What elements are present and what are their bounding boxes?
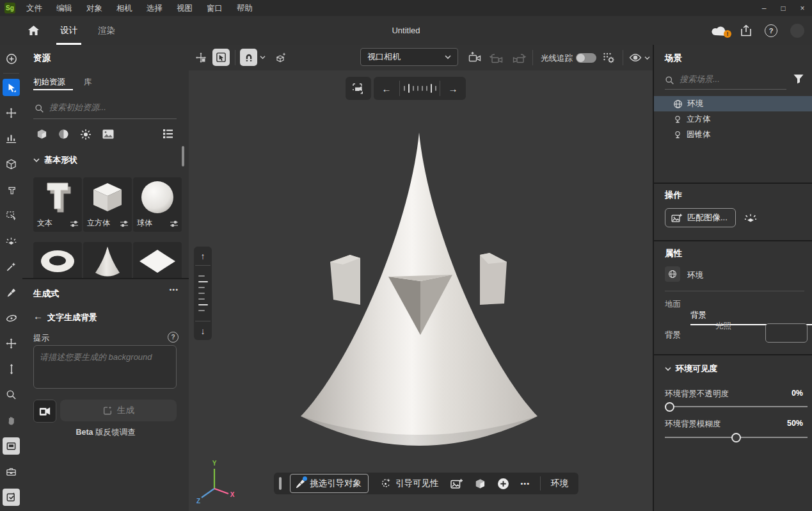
menu-camera[interactable]: 相机 (109, 1, 139, 16)
avatar[interactable] (790, 24, 804, 38)
scene-search-input[interactable] (678, 74, 783, 85)
reference-image-button[interactable] (33, 400, 56, 423)
asset-adjust-icon[interactable] (170, 220, 179, 227)
prev-view-arrow[interactable]: ← (374, 83, 399, 94)
snap-options-chevron-icon[interactable] (260, 55, 266, 60)
share-icon[interactable] (740, 24, 752, 36)
backdrop-image-icon[interactable] (450, 478, 463, 489)
chevron-down-icon[interactable] (33, 158, 40, 163)
back-arrow-icon[interactable]: ← (33, 311, 43, 321)
tab-ground[interactable]: 地面 (665, 299, 812, 310)
dolly-camera-icon[interactable] (3, 361, 20, 378)
more-options-icon[interactable]: ••• (169, 286, 179, 293)
match-image-button[interactable]: 匹配图像... (665, 208, 736, 227)
env-blur-slider[interactable] (665, 437, 808, 438)
panel-archive-icon[interactable] (3, 437, 20, 455)
scene-item-cube[interactable]: 立方体 (654, 111, 812, 127)
camera-bookmark-button[interactable] (346, 77, 371, 100)
prompt-help-icon[interactable]: ? (168, 332, 179, 343)
environment-light-icon[interactable] (744, 211, 757, 224)
next-camera-icon[interactable] (512, 52, 526, 63)
gizmo-space-icon[interactable] (195, 52, 207, 63)
menu-file[interactable]: 文件 (19, 1, 49, 16)
filter-funnel-icon[interactable] (793, 74, 804, 84)
select-tool-icon[interactable] (3, 79, 20, 96)
asset-card-cube[interactable]: 立方体 (83, 177, 132, 232)
raytrace-toggle[interactable] (576, 53, 596, 63)
menu-help[interactable]: 帮助 (230, 1, 260, 16)
move-tool-icon[interactable] (3, 104, 20, 122)
assets-search-input[interactable] (48, 102, 175, 113)
menu-object[interactable]: 对象 (79, 1, 109, 16)
physics-drop-icon[interactable] (275, 52, 287, 63)
home-icon[interactable] (28, 25, 40, 36)
collect-generate-icon[interactable] (3, 489, 20, 506)
camera-ruler[interactable] (404, 84, 436, 93)
dolly-up-arrow[interactable]: ↑ (201, 247, 205, 265)
viewport-camera-select[interactable]: 视口相机 (360, 48, 458, 66)
scale-tool-icon[interactable] (3, 130, 20, 147)
generate-button[interactable]: 生成 (60, 400, 177, 421)
marquee-select-icon[interactable] (3, 207, 20, 224)
guide-visibility-button[interactable]: 引导可见性 (380, 478, 439, 489)
render-settings-icon[interactable] (603, 52, 616, 64)
scene-item-cone[interactable]: 圆锥体 (654, 127, 812, 142)
env-opacity-slider[interactable] (665, 406, 808, 407)
filter-lights-icon[interactable] (80, 129, 92, 140)
primitive-cube-icon[interactable] (3, 156, 20, 173)
asset-card-plane[interactable] (133, 242, 182, 278)
asset-adjust-icon[interactable] (120, 220, 129, 227)
list-view-icon[interactable] (163, 129, 173, 139)
zoom-camera-icon[interactable] (3, 386, 20, 403)
environment-mode-label[interactable]: 环境 (551, 478, 568, 489)
menu-view[interactable]: 视图 (170, 1, 200, 16)
light-tool-icon[interactable] (3, 232, 20, 250)
view-options-eye-icon[interactable] (629, 53, 642, 62)
env-visibility-header[interactable]: 环境可见度 (676, 363, 717, 375)
menu-select[interactable]: 选择 (139, 1, 170, 16)
env-blur-slider-thumb[interactable] (731, 433, 741, 442)
maximize-button[interactable]: □ (774, 1, 793, 16)
asset-card-torus[interactable] (33, 242, 82, 278)
view-options-chevron-icon[interactable] (644, 56, 650, 60)
tab-library[interactable]: 库 (84, 77, 92, 88)
tab-starter-assets[interactable]: 初始资源 (33, 77, 65, 88)
snap-magnet-button[interactable] (240, 49, 257, 66)
tab-render[interactable]: 渲染 (98, 25, 115, 36)
viewport-canvas[interactable]: ← → ↑ (189, 70, 653, 511)
menu-window[interactable]: 窗口 (200, 1, 230, 16)
env-opacity-slider-thumb[interactable] (665, 402, 674, 412)
pan-camera-icon[interactable] (3, 335, 20, 352)
chevron-down-icon[interactable] (665, 366, 671, 371)
filter-models-icon[interactable] (36, 129, 47, 140)
assets-scrollbar[interactable] (182, 146, 184, 166)
hand-tool-icon[interactable] (3, 412, 20, 429)
help-icon[interactable]: ? (765, 24, 777, 37)
filter-materials-icon[interactable] (58, 129, 69, 140)
background-color-swatch[interactable] (765, 323, 808, 343)
more-options-icon[interactable]: ••• (521, 480, 530, 487)
toolbox-icon[interactable] (3, 463, 20, 480)
eyedropper-tool-icon[interactable] (3, 284, 20, 301)
prev-camera-icon[interactable] (490, 52, 504, 63)
dolly-ruler[interactable] (198, 266, 208, 321)
tab-background[interactable]: 背景 (690, 310, 812, 321)
material-icon[interactable] (475, 478, 486, 489)
dolly-down-arrow[interactable]: ↓ (201, 321, 205, 340)
basic-shapes-header[interactable]: 基本形状 (44, 154, 77, 166)
beta-feedback-link[interactable]: Beta 版反馈调查 (22, 427, 189, 438)
asset-card-cone[interactable] (83, 242, 132, 278)
asset-adjust-icon[interactable] (70, 220, 79, 227)
scene-item-environment[interactable]: 环境 (654, 96, 812, 111)
close-button[interactable]: × (793, 1, 812, 16)
asset-card-text[interactable]: 文本 (33, 177, 82, 232)
pick-guide-object-button[interactable]: 挑选引导对象 (290, 474, 369, 493)
add-content-icon[interactable] (3, 50, 20, 67)
asset-card-sphere[interactable]: 球体 (133, 177, 182, 232)
orbit-camera-icon[interactable] (3, 309, 20, 327)
filter-images-icon[interactable] (102, 129, 114, 139)
cloud-sync-icon[interactable]: ! (711, 25, 728, 36)
next-view-arrow[interactable]: → (440, 83, 466, 94)
minimize-button[interactable]: – (754, 1, 774, 16)
add-environment-icon[interactable] (497, 478, 509, 490)
